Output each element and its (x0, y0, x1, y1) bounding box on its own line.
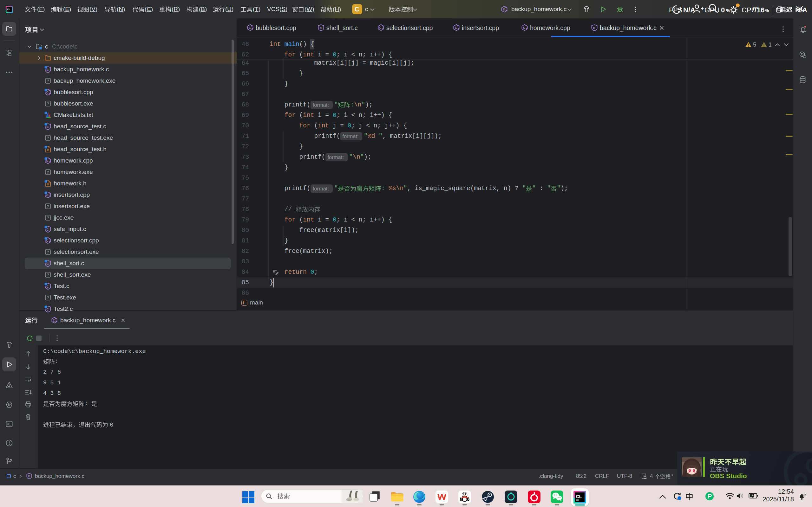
svg-text:C: C (53, 319, 55, 323)
svg-text:C: C (320, 26, 322, 30)
svg-text:C: C (523, 26, 525, 30)
svg-text:C: C (503, 8, 505, 11)
svg-text:C: C (249, 26, 251, 30)
svg-text:C: C (379, 26, 382, 30)
svg-text:C: C (593, 26, 595, 30)
svg-text:z: z (805, 493, 806, 496)
svg-text:C: C (28, 474, 30, 478)
svg-text:C: C (455, 26, 457, 30)
svg-text:CL: CL (7, 8, 10, 11)
